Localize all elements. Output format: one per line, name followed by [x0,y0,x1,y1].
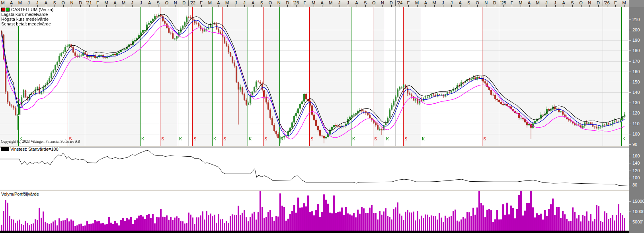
month-label: D [390,0,393,5]
value-axis-tick [629,134,631,134]
value-axis-label: 200 [632,27,640,32]
value-axis-label: 140 [632,90,640,95]
month-label: S [364,0,367,5]
axis-tick [382,5,383,7]
axis-tick [253,5,254,7]
month-label: F [303,0,306,5]
month-label: '22 [190,0,195,5]
axis-tick [12,5,12,7]
axis-tick [512,5,512,7]
value-axis-tick [629,92,631,93]
month-label: M [18,0,22,5]
value-axis-label: 5000' [632,219,643,224]
axis-tick [80,5,81,7]
legend-item-lagsta: Lägsta kurs medelvärde [1,12,49,17]
month-label: A [148,0,151,5]
value-axis-tick [629,124,631,124]
month-label: N [174,0,177,5]
axis-tick [3,5,3,7]
axis-tick [624,5,624,7]
price-chart-canvas[interactable] [0,7,629,146]
value-axis-label: 10000' [632,209,644,214]
value-axis-label: 150 [632,80,640,84]
value-axis-tick [629,144,631,145]
axis-tick [305,5,305,7]
axis-tick [227,5,228,7]
value-axis-label: 120 [632,111,640,115]
value-axis-tick [629,19,631,20]
axis-tick [287,5,288,7]
axis-tick [20,5,20,7]
volym-label: Volym/Portföljvärde [1,192,39,196]
axis-tick [236,5,236,7]
axis-tick [374,5,374,7]
vinstest-chart-canvas[interactable] [0,148,629,190]
month-label: A [424,0,427,5]
axis-tick [434,5,435,7]
axis-tick [106,5,107,7]
month-label: A [562,0,565,5]
panel-divider-vinstest-volym[interactable] [0,190,629,191]
month-label: A [459,0,461,5]
axis-tick [314,5,314,7]
month-label: M [536,0,540,5]
month-label: S [571,0,574,5]
value-axis-tick [629,82,631,82]
axis-tick [572,5,573,7]
value-axis-gutter[interactable]: 2102001901801701601501401301201101009016… [629,7,644,233]
value-axis-label: 80 [632,183,637,187]
axis-tick [46,5,46,7]
value-axis-label: 130 [632,100,640,105]
axis-tick [296,5,297,7]
value-axis-tick [629,40,631,41]
axis-tick [322,5,322,7]
vinstest-legend: Vinstest: Startvärde=100 [1,147,59,151]
month-label: N [484,0,488,5]
axis-tick [89,5,90,7]
month-label: J [243,0,246,5]
value-axis-tick [629,163,631,163]
panel-divider-price-vinstest[interactable] [0,146,629,148]
value-axis-label: 210 [632,17,640,22]
axis-tick [443,5,443,7]
legend-item-senast: Senast betalt medelvärde [1,21,52,26]
month-label: D [182,0,185,5]
value-axis-tick [629,212,631,212]
month-label: '21 [86,0,92,5]
volume-chart-canvas[interactable] [0,191,629,231]
month-label: J [36,0,39,5]
month-label: S [260,0,263,5]
axis-tick [37,5,38,7]
axis-tick [495,5,495,7]
year-separator [188,0,189,6]
month-label: A [45,0,47,5]
axis-corner [629,0,644,7]
value-axis-tick [629,201,631,202]
time-axis[interactable]: MAMJJASOND'21FMAMJJASOND'22FMAMJJASOND'2… [0,0,629,7]
axis-tick [340,5,340,7]
axis-tick [115,5,115,7]
axis-tick [357,5,357,7]
month-label: J [347,0,349,5]
axis-tick [150,5,150,7]
month-label: M [208,0,212,5]
axis-tick [331,5,331,7]
value-axis-tick [629,30,631,30]
month-label: O [165,0,169,5]
month-label: A [113,0,116,5]
month-label: J [140,0,142,5]
month-label: M [432,0,436,5]
value-axis-label: 190 [632,38,640,43]
axis-tick [158,5,158,7]
axis-tick [529,5,530,7]
axis-tick [132,5,133,7]
axis-tick [141,5,141,7]
axis-tick [538,5,538,7]
value-axis-label: 110 [632,121,640,126]
value-axis-label: 100 [632,132,640,136]
value-axis-label: 170 [632,59,640,64]
axis-tick [262,5,262,7]
month-label: J [131,0,133,5]
month-label: M [519,0,522,5]
vinstest-swatch-icon [1,147,5,151]
